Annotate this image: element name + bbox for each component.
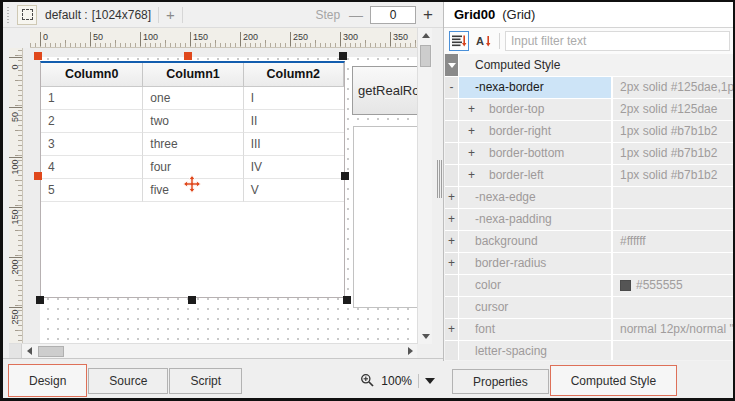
prop-value[interactable]	[613, 253, 733, 274]
prop-row-border-radius[interactable]: +border-radius	[445, 253, 733, 274]
v-ruler-label: 150	[9, 202, 21, 232]
v-ruler-label: 50	[9, 102, 21, 132]
zoom-magnifier-icon[interactable]	[360, 373, 375, 388]
tab-design[interactable]: Design	[8, 364, 87, 397]
gutter-cell	[445, 143, 458, 164]
expander-icon[interactable]: +	[445, 319, 458, 340]
selection-handle-top-center[interactable]	[184, 52, 192, 60]
prop-value[interactable]: 2px solid #125dae,1px s	[613, 77, 733, 98]
tab-computed-style[interactable]: Computed Style	[550, 365, 677, 396]
prop-row-nexa-edge[interactable]: +-nexa-edge	[445, 187, 733, 208]
add-target-button[interactable]: +	[166, 7, 175, 22]
grid-data-row[interactable]: 1oneI	[41, 87, 344, 110]
prop-row-border-bottom[interactable]: +border-bottom1px solid #b7b1b2	[445, 143, 733, 164]
canvas-horizontal-scrollbar[interactable]	[9, 343, 417, 358]
property-filter-input[interactable]	[505, 31, 730, 51]
pane-splitter[interactable]	[437, 160, 442, 198]
prop-value[interactable]: 1px solid #b7b1b2	[613, 121, 733, 142]
expander-icon[interactable]: +	[445, 187, 458, 208]
prop-row-color[interactable]: color#555555	[445, 275, 733, 296]
prop-row-cursor[interactable]: cursor	[445, 297, 733, 318]
zoom-level-label[interactable]: 100%	[381, 374, 412, 388]
gutter-cell	[445, 99, 458, 120]
selection-handle-bottom-center[interactable]	[188, 296, 196, 304]
horizontal-scroll-thumb[interactable]	[38, 346, 64, 357]
expander-icon[interactable]: +	[445, 253, 458, 274]
prop-value[interactable]: #555555	[613, 275, 733, 296]
grid-data-row[interactable]: 3threeIII	[41, 133, 344, 156]
grid-column-header[interactable]: Column0	[41, 63, 143, 87]
expander-icon[interactable]: +	[445, 209, 458, 230]
expander-icon[interactable]: +	[445, 231, 458, 252]
prop-name: -nexa-border	[475, 80, 544, 94]
toolbar-grip[interactable]	[6, 7, 11, 23]
selection-handle-top-right[interactable]	[339, 52, 347, 60]
prop-name: -nexa-edge	[475, 190, 536, 204]
getrealrow-button[interactable]: getRealRo	[352, 66, 417, 115]
select-tool-button[interactable]	[17, 5, 37, 25]
dropdown-arrow-icon	[448, 63, 456, 68]
app-window: default : [1024x768] + Step — + 05010015…	[0, 0, 735, 401]
arrow-right-icon[interactable]	[408, 347, 413, 355]
prop-value[interactable]	[613, 187, 733, 208]
prop-name: border-top	[489, 102, 544, 116]
panel-tab-bar: PropertiesComputed Style	[443, 361, 733, 398]
prop-value[interactable]: 2px solid #125dae	[613, 99, 733, 120]
step-value-input[interactable]	[370, 6, 416, 24]
prop-value[interactable]: normal 12px/normal "	[613, 319, 733, 340]
scroll-down-button[interactable]	[418, 329, 433, 344]
expander-icon[interactable]: +	[468, 143, 475, 164]
zoom-dropdown-icon[interactable]	[425, 378, 435, 384]
prop-row-border-right[interactable]: +border-right1px solid #b7b1b2	[445, 121, 733, 142]
canvas-vertical-scrollbar[interactable]	[417, 28, 432, 344]
prop-name: border-radius	[475, 256, 546, 270]
prop-value[interactable]: 1px solid #b7b1b2	[613, 143, 733, 164]
expander-icon[interactable]: +	[468, 121, 475, 142]
toolbar-separator	[158, 7, 159, 23]
design-toolbar: default : [1024x768] + Step — +	[3, 2, 443, 28]
alphabetical-sort-button[interactable]: A	[474, 31, 494, 51]
tab-source[interactable]: Source	[88, 368, 168, 394]
prop-row-nexa-border[interactable]: --nexa-border2px solid #125dae,1px s	[445, 77, 733, 98]
scroll-up-button[interactable]	[418, 28, 433, 43]
scroll-left-button[interactable]	[22, 344, 37, 359]
expander-icon[interactable]: +	[468, 99, 475, 120]
step-increment-button[interactable]: +	[423, 6, 433, 23]
prop-value[interactable]	[613, 297, 733, 318]
prop-row-border-left[interactable]: +border-left1px solid #b7b1b2	[445, 165, 733, 186]
selection-handle-mid-right[interactable]	[341, 172, 349, 180]
component-box[interactable]	[353, 126, 417, 308]
toolbar-separator	[182, 7, 183, 23]
gutter-cell	[445, 297, 458, 318]
prop-value[interactable]: #ffffff	[613, 231, 733, 252]
grid-cell: three	[143, 133, 243, 156]
prop-value[interactable]	[613, 341, 733, 360]
expander-icon[interactable]: -	[445, 77, 458, 98]
prop-row-border-top[interactable]: +border-top2px solid #125dae	[445, 99, 733, 120]
expander-icon[interactable]: +	[468, 165, 475, 186]
prop-value[interactable]	[613, 209, 733, 230]
prop-row-letter-spacing[interactable]: letter-spacing	[445, 341, 733, 360]
vertical-scroll-thumb[interactable]	[420, 45, 431, 67]
prop-row-font[interactable]: +fontnormal 12px/normal "	[445, 319, 733, 340]
prop-row-nexa-padding[interactable]: +-nexa-padding	[445, 209, 733, 230]
step-decrement-button[interactable]: —	[349, 7, 363, 23]
prop-value[interactable]: 1px solid #b7b1b2	[613, 165, 733, 186]
target-resolution-label: [1024x768]	[92, 8, 151, 22]
selection-handle-mid-left[interactable]	[34, 172, 42, 180]
design-canvas[interactable]: Column0Column1Column21oneI2twoII3threeII…	[23, 48, 417, 343]
grid-column-header[interactable]: Column2	[244, 63, 344, 87]
selection-handle-top-left[interactable]	[34, 52, 42, 60]
selection-handle-bottom-right[interactable]	[343, 296, 351, 304]
view-dropdown-button[interactable]	[445, 54, 458, 76]
h-ruler-label: 50	[90, 32, 103, 46]
tab-script[interactable]: Script	[169, 368, 242, 394]
grid-data-row[interactable]: 2twoII	[41, 110, 344, 133]
selection-handle-bottom-left[interactable]	[36, 296, 44, 304]
property-grid-header: Computed Style	[445, 54, 733, 76]
prop-name: color	[475, 278, 501, 292]
grid-column-header[interactable]: Column1	[143, 63, 243, 87]
categorized-view-button[interactable]	[449, 31, 469, 51]
tab-properties[interactable]: Properties	[452, 369, 549, 394]
prop-row-background[interactable]: +background#ffffff	[445, 231, 733, 252]
